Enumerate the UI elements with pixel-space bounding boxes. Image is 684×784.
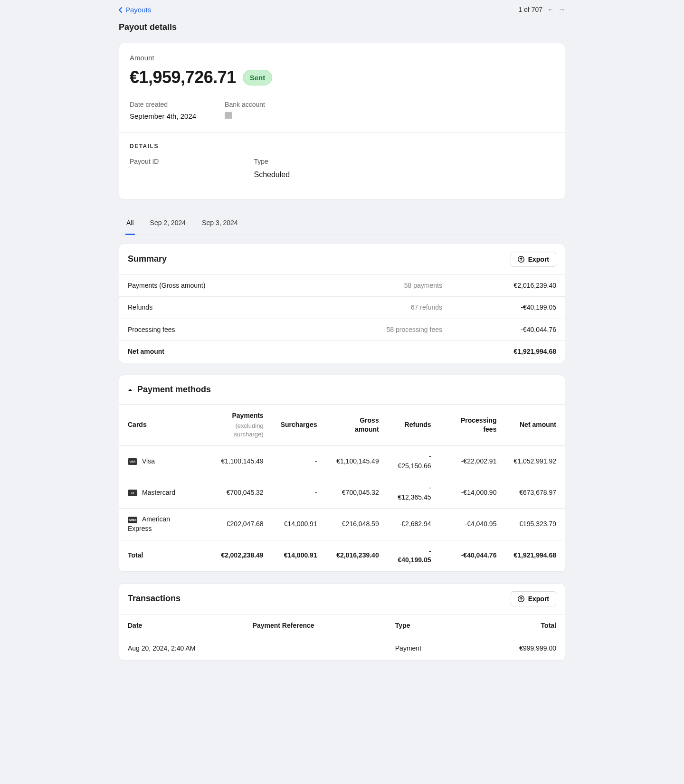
- tx-ref: [244, 637, 387, 660]
- card-name: Visa: [142, 457, 155, 465]
- summary-row-amount: -€40,199.05: [461, 303, 556, 312]
- export-label: Export: [528, 595, 549, 603]
- breadcrumb-back[interactable]: Payouts: [119, 5, 151, 15]
- amount-label: Amount: [130, 53, 554, 63]
- summary-row-label: Payments (Gross amount): [128, 281, 251, 291]
- pager: 1 of 707 ← →: [518, 5, 565, 15]
- col-payments: Payments (excluding surcharge): [199, 405, 272, 446]
- tx-col-ref: Payment Reference: [244, 614, 387, 637]
- payment-methods-title: Payment methods: [137, 384, 211, 396]
- net-amount-value: €1,921,994.68: [461, 347, 556, 357]
- summary-row-amount: €2,016,239.40: [461, 281, 556, 291]
- status-badge: Sent: [243, 70, 273, 85]
- summary-title: Summary: [128, 253, 167, 265]
- tab-date-1[interactable]: Sep 2, 2024: [149, 214, 187, 235]
- chevron-left-icon: [119, 7, 123, 13]
- payment-method-row: AMEXAmerican Express€202,047.68€14,000.9…: [119, 509, 565, 540]
- tx-col-type: Type: [387, 614, 476, 637]
- date-created-value: September 4th, 2024: [130, 111, 196, 121]
- details-heading: DETAILS: [130, 142, 554, 151]
- payment-method-total-row: Total€2,002,238.49€14,000.91€2,016,239.4…: [119, 540, 565, 571]
- amount-value: €1,959,726.71: [130, 66, 236, 89]
- tx-total: €999,999.00: [475, 637, 565, 660]
- transactions-card: Transactions Export Date Payment Referen…: [119, 583, 565, 661]
- tx-col-date: Date: [119, 614, 244, 637]
- type-label: Type: [254, 157, 290, 167]
- payout-id-label: Payout ID: [130, 157, 159, 167]
- tab-all[interactable]: All: [125, 214, 135, 235]
- col-net: Net amount: [505, 405, 565, 446]
- export-label: Export: [528, 255, 549, 263]
- summary-row: Payments (Gross amount)58 payments€2,016…: [119, 274, 565, 297]
- col-surcharges: Surcharges: [272, 405, 326, 446]
- tab-date-2[interactable]: Sep 3, 2024: [201, 214, 239, 235]
- transaction-row[interactable]: Aug 20, 2024, 2:40 AMPayment€999,999.00: [119, 637, 565, 660]
- tx-date: Aug 20, 2024, 2:40 AM: [119, 637, 244, 660]
- summary-row-count: 58 payments: [251, 281, 461, 291]
- payment-method-row: ●●Mastercard€700,045.32-€700,045.32-€12,…: [119, 477, 565, 509]
- col-refunds: Refunds: [388, 405, 440, 446]
- summary-card: Summary Export Payments (Gross amount)58…: [119, 244, 565, 363]
- export-summary-button[interactable]: Export: [511, 252, 556, 267]
- tx-type: Payment: [387, 637, 476, 660]
- payment-methods-toggle[interactable]: Payment methods: [119, 375, 565, 404]
- summary-row-amount: -€40,044.76: [461, 325, 556, 335]
- caret-up-icon: [128, 387, 133, 392]
- page-title: Payout details: [119, 21, 565, 33]
- export-icon: [518, 595, 524, 602]
- payout-header-card: Amount €1,959,726.71 Sent Date created S…: [119, 43, 565, 199]
- summary-row-label: Refunds: [128, 303, 251, 312]
- pager-next[interactable]: →: [559, 5, 565, 15]
- card-brand-icon: ●●: [128, 490, 137, 496]
- summary-row-count: 67 refunds: [251, 303, 461, 312]
- export-icon: [518, 256, 524, 263]
- col-gross: Gross amount: [326, 405, 388, 446]
- pager-prev[interactable]: ←: [547, 5, 554, 15]
- date-created-label: Date created: [130, 100, 196, 110]
- bank-account-label: Bank account: [225, 100, 265, 110]
- bank-icon: [225, 112, 232, 119]
- payment-methods-card: Payment methods Cards Payments (excludin…: [119, 375, 565, 572]
- export-transactions-button[interactable]: Export: [511, 591, 556, 606]
- transactions-title: Transactions: [128, 593, 180, 605]
- summary-row: Refunds67 refunds-€40,199.05: [119, 296, 565, 319]
- summary-row-label: Processing fees: [128, 325, 251, 335]
- pager-text: 1 of 707: [518, 5, 542, 15]
- type-value: Scheduled: [254, 170, 290, 180]
- col-fees: Processing fees: [440, 405, 505, 446]
- date-tabs: All Sep 2, 2024 Sep 3, 2024: [119, 211, 565, 235]
- summary-row-count: 58 processing fees: [251, 325, 461, 335]
- net-amount-label: Net amount: [128, 347, 251, 357]
- col-cards: Cards: [119, 405, 199, 446]
- payment-method-row: VISAVisa€1,100,145.49-€1,100,145.49-€25,…: [119, 446, 565, 477]
- card-name: Mastercard: [142, 489, 175, 496]
- tx-col-total: Total: [475, 614, 565, 637]
- summary-row: Processing fees58 processing fees-€40,04…: [119, 319, 565, 341]
- card-brand-icon: AMEX: [128, 517, 137, 523]
- card-brand-icon: VISA: [128, 458, 137, 465]
- breadcrumb-label: Payouts: [125, 5, 151, 15]
